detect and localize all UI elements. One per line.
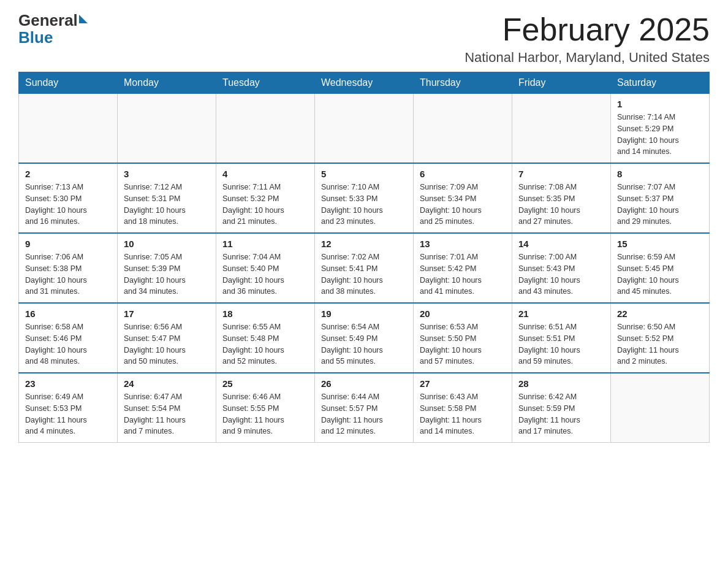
day-number: 22: [617, 308, 703, 319]
day-number: 8: [617, 169, 703, 179]
day-of-week-saturday: Saturday: [611, 72, 710, 94]
day-number: 5: [321, 169, 407, 179]
day-info: Sunrise: 7:06 AM Sunset: 5:38 PM Dayligh…: [25, 251, 111, 297]
day-of-week-monday: Monday: [118, 72, 216, 94]
day-info: Sunrise: 6:50 AM Sunset: 5:52 PM Dayligh…: [617, 321, 703, 367]
logo: General Blue: [18, 12, 88, 47]
calendar-cell: 22Sunrise: 6:50 AM Sunset: 5:52 PM Dayli…: [611, 303, 710, 373]
day-of-week-sunday: Sunday: [19, 72, 118, 94]
day-number: 26: [321, 378, 407, 389]
calendar-cell: 16Sunrise: 6:58 AM Sunset: 5:46 PM Dayli…: [19, 303, 118, 373]
day-number: 17: [124, 308, 210, 319]
calendar-cell: 18Sunrise: 6:55 AM Sunset: 5:48 PM Dayli…: [216, 303, 315, 373]
calendar-cell: 4Sunrise: 7:11 AM Sunset: 5:32 PM Daylig…: [216, 163, 315, 233]
day-number: 10: [124, 239, 210, 249]
calendar-cell: [611, 373, 710, 443]
month-title: February 2025: [464, 12, 710, 47]
day-info: Sunrise: 7:14 AM Sunset: 5:29 PM Dayligh…: [617, 112, 703, 158]
day-info: Sunrise: 6:47 AM Sunset: 5:54 PM Dayligh…: [124, 391, 210, 437]
calendar-cell: 10Sunrise: 7:05 AM Sunset: 5:39 PM Dayli…: [118, 233, 216, 303]
calendar-cell: 21Sunrise: 6:51 AM Sunset: 5:51 PM Dayli…: [512, 303, 611, 373]
calendar-cell: 28Sunrise: 6:42 AM Sunset: 5:59 PM Dayli…: [512, 373, 611, 443]
days-of-week-row: SundayMondayTuesdayWednesdayThursdayFrid…: [19, 72, 710, 94]
day-info: Sunrise: 7:10 AM Sunset: 5:33 PM Dayligh…: [321, 182, 407, 228]
day-number: 24: [124, 378, 210, 389]
day-number: 12: [321, 239, 407, 249]
day-info: Sunrise: 7:05 AM Sunset: 5:39 PM Dayligh…: [124, 251, 210, 297]
calendar-cell: [414, 94, 512, 164]
day-number: 21: [518, 308, 604, 319]
logo-flag-icon: [79, 15, 88, 23]
calendar-week-5: 23Sunrise: 6:49 AM Sunset: 5:53 PM Dayli…: [19, 373, 710, 443]
calendar-cell: 3Sunrise: 7:12 AM Sunset: 5:31 PM Daylig…: [118, 163, 216, 233]
day-number: 13: [420, 239, 506, 249]
day-info: Sunrise: 6:46 AM Sunset: 5:55 PM Dayligh…: [222, 391, 308, 437]
calendar-cell: 27Sunrise: 6:43 AM Sunset: 5:58 PM Dayli…: [414, 373, 512, 443]
calendar-week-1: 1Sunrise: 7:14 AM Sunset: 5:29 PM Daylig…: [19, 94, 710, 164]
logo-general-text: General: [18, 12, 78, 28]
calendar-cell: 6Sunrise: 7:09 AM Sunset: 5:34 PM Daylig…: [414, 163, 512, 233]
calendar-cell: 2Sunrise: 7:13 AM Sunset: 5:30 PM Daylig…: [19, 163, 118, 233]
day-number: 7: [518, 169, 604, 179]
day-number: 3: [124, 169, 210, 179]
calendar-cell: [315, 94, 414, 164]
day-info: Sunrise: 6:56 AM Sunset: 5:47 PM Dayligh…: [124, 321, 210, 367]
day-number: 25: [222, 378, 308, 389]
day-number: 19: [321, 308, 407, 319]
day-number: 14: [518, 239, 604, 249]
day-number: 27: [420, 378, 506, 389]
calendar-cell: [19, 94, 118, 164]
day-number: 28: [518, 378, 604, 389]
day-number: 1: [617, 99, 703, 109]
day-number: 4: [222, 169, 308, 179]
day-info: Sunrise: 6:54 AM Sunset: 5:49 PM Dayligh…: [321, 321, 407, 367]
day-number: 20: [420, 308, 506, 319]
day-of-week-friday: Friday: [512, 72, 611, 94]
day-info: Sunrise: 7:02 AM Sunset: 5:41 PM Dayligh…: [321, 251, 407, 297]
day-info: Sunrise: 7:09 AM Sunset: 5:34 PM Dayligh…: [420, 182, 506, 228]
calendar-body: 1Sunrise: 7:14 AM Sunset: 5:29 PM Daylig…: [19, 94, 710, 443]
day-number: 18: [222, 308, 308, 319]
day-info: Sunrise: 6:51 AM Sunset: 5:51 PM Dayligh…: [518, 321, 604, 367]
day-number: 6: [420, 169, 506, 179]
calendar-week-4: 16Sunrise: 6:58 AM Sunset: 5:46 PM Dayli…: [19, 303, 710, 373]
calendar-week-2: 2Sunrise: 7:13 AM Sunset: 5:30 PM Daylig…: [19, 163, 710, 233]
calendar-cell: [216, 94, 315, 164]
page-header: General Blue February 2025 National Harb…: [18, 12, 710, 66]
day-number: 2: [25, 169, 111, 179]
day-info: Sunrise: 7:01 AM Sunset: 5:42 PM Dayligh…: [420, 251, 506, 297]
calendar-cell: 14Sunrise: 7:00 AM Sunset: 5:43 PM Dayli…: [512, 233, 611, 303]
day-info: Sunrise: 6:58 AM Sunset: 5:46 PM Dayligh…: [25, 321, 111, 367]
day-info: Sunrise: 6:59 AM Sunset: 5:45 PM Dayligh…: [617, 251, 703, 297]
day-info: Sunrise: 7:11 AM Sunset: 5:32 PM Dayligh…: [222, 182, 308, 228]
calendar-cell: 15Sunrise: 6:59 AM Sunset: 5:45 PM Dayli…: [611, 233, 710, 303]
day-info: Sunrise: 7:07 AM Sunset: 5:37 PM Dayligh…: [617, 182, 703, 228]
calendar-cell: 9Sunrise: 7:06 AM Sunset: 5:38 PM Daylig…: [19, 233, 118, 303]
calendar-cell: 12Sunrise: 7:02 AM Sunset: 5:41 PM Dayli…: [315, 233, 414, 303]
logo-blue-text: Blue: [18, 28, 53, 47]
title-section: February 2025 National Harbor, Maryland,…: [464, 12, 710, 66]
day-of-week-thursday: Thursday: [414, 72, 512, 94]
day-number: 15: [617, 239, 703, 249]
calendar-cell: 26Sunrise: 6:44 AM Sunset: 5:57 PM Dayli…: [315, 373, 414, 443]
day-number: 11: [222, 239, 308, 249]
calendar-cell: 13Sunrise: 7:01 AM Sunset: 5:42 PM Dayli…: [414, 233, 512, 303]
day-of-week-wednesday: Wednesday: [315, 72, 414, 94]
calendar-header: SundayMondayTuesdayWednesdayThursdayFrid…: [19, 72, 710, 94]
calendar-cell: 19Sunrise: 6:54 AM Sunset: 5:49 PM Dayli…: [315, 303, 414, 373]
day-info: Sunrise: 7:08 AM Sunset: 5:35 PM Dayligh…: [518, 182, 604, 228]
calendar-cell: 11Sunrise: 7:04 AM Sunset: 5:40 PM Dayli…: [216, 233, 315, 303]
day-info: Sunrise: 7:04 AM Sunset: 5:40 PM Dayligh…: [222, 251, 308, 297]
location-text: National Harbor, Maryland, United States: [464, 50, 710, 66]
day-info: Sunrise: 6:43 AM Sunset: 5:58 PM Dayligh…: [420, 391, 506, 437]
calendar-cell: 25Sunrise: 6:46 AM Sunset: 5:55 PM Dayli…: [216, 373, 315, 443]
day-info: Sunrise: 7:13 AM Sunset: 5:30 PM Dayligh…: [25, 182, 111, 228]
calendar-cell: 7Sunrise: 7:08 AM Sunset: 5:35 PM Daylig…: [512, 163, 611, 233]
calendar-cell: [118, 94, 216, 164]
calendar-table: SundayMondayTuesdayWednesdayThursdayFrid…: [18, 72, 710, 443]
calendar-cell: 23Sunrise: 6:49 AM Sunset: 5:53 PM Dayli…: [19, 373, 118, 443]
calendar-cell: 20Sunrise: 6:53 AM Sunset: 5:50 PM Dayli…: [414, 303, 512, 373]
calendar-cell: 5Sunrise: 7:10 AM Sunset: 5:33 PM Daylig…: [315, 163, 414, 233]
logo-top: General: [18, 12, 88, 28]
day-number: 16: [25, 308, 111, 319]
